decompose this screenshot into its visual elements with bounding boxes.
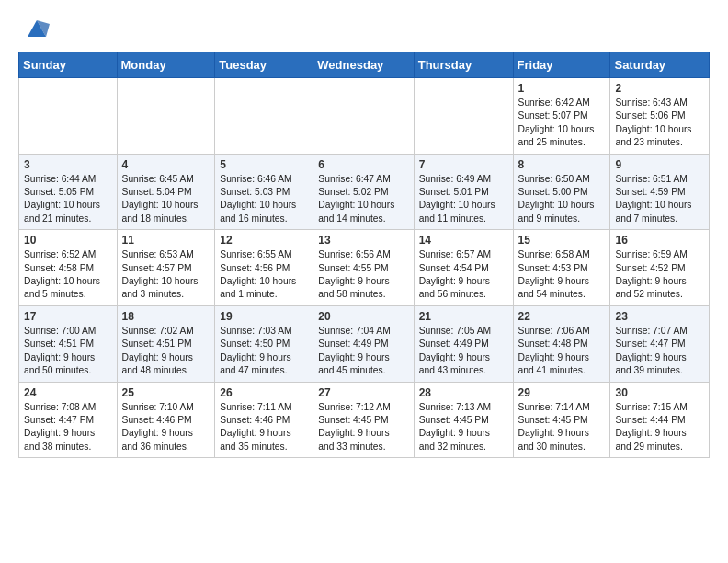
calendar-cell: 7Sunrise: 6:49 AM Sunset: 5:01 PM Daylig… xyxy=(414,154,513,230)
calendar-cell: 19Sunrise: 7:03 AM Sunset: 4:50 PM Dayli… xyxy=(215,305,313,382)
calendar-col-header: Wednesday xyxy=(313,52,414,78)
calendar-cell: 27Sunrise: 7:12 AM Sunset: 4:45 PM Dayli… xyxy=(313,382,414,458)
day-number: 17 xyxy=(24,310,112,323)
day-info: Sunrise: 6:59 AM Sunset: 4:52 PM Dayligh… xyxy=(615,248,704,302)
day-number: 14 xyxy=(419,234,508,247)
calendar-cell: 3Sunrise: 6:44 AM Sunset: 5:05 PM Daylig… xyxy=(19,154,118,230)
day-number: 21 xyxy=(419,310,508,323)
calendar-cell: 10Sunrise: 6:52 AM Sunset: 4:58 PM Dayli… xyxy=(19,230,118,306)
calendar-cell: 25Sunrise: 7:10 AM Sunset: 4:46 PM Dayli… xyxy=(117,382,215,458)
day-info: Sunrise: 6:52 AM Sunset: 4:58 PM Dayligh… xyxy=(24,248,112,302)
day-info: Sunrise: 7:08 AM Sunset: 4:47 PM Dayligh… xyxy=(24,401,112,454)
day-number: 7 xyxy=(419,158,508,171)
day-info: Sunrise: 7:07 AM Sunset: 4:47 PM Dayligh… xyxy=(615,325,704,378)
day-number: 23 xyxy=(615,310,704,323)
day-number: 12 xyxy=(220,234,308,247)
day-number: 6 xyxy=(318,158,408,171)
day-number: 11 xyxy=(122,234,210,247)
day-number: 20 xyxy=(318,310,408,323)
day-number: 13 xyxy=(318,234,408,247)
day-info: Sunrise: 7:14 AM Sunset: 4:45 PM Dayligh… xyxy=(518,401,606,454)
day-info: Sunrise: 6:42 AM Sunset: 5:07 PM Dayligh… xyxy=(518,97,606,150)
day-number: 24 xyxy=(24,386,112,399)
calendar-cell: 12Sunrise: 6:55 AM Sunset: 4:56 PM Dayli… xyxy=(215,230,313,306)
day-number: 22 xyxy=(518,310,606,323)
calendar-cell: 16Sunrise: 6:59 AM Sunset: 4:52 PM Dayli… xyxy=(610,230,710,306)
day-number: 15 xyxy=(518,234,606,247)
calendar-week-row: 24Sunrise: 7:08 AM Sunset: 4:47 PM Dayli… xyxy=(19,382,710,458)
calendar-cell: 30Sunrise: 7:15 AM Sunset: 4:44 PM Dayli… xyxy=(610,382,710,458)
page: SundayMondayTuesdayWednesdayThursdayFrid… xyxy=(0,0,728,475)
day-info: Sunrise: 6:46 AM Sunset: 5:03 PM Dayligh… xyxy=(220,173,308,226)
calendar-cell: 4Sunrise: 6:45 AM Sunset: 5:04 PM Daylig… xyxy=(117,154,215,230)
calendar-cell: 29Sunrise: 7:14 AM Sunset: 4:45 PM Dayli… xyxy=(513,382,610,458)
logo-icon xyxy=(24,17,50,42)
day-info: Sunrise: 7:05 AM Sunset: 4:49 PM Dayligh… xyxy=(419,325,508,378)
day-info: Sunrise: 7:04 AM Sunset: 4:49 PM Dayligh… xyxy=(318,325,408,378)
calendar-cell: 1Sunrise: 6:42 AM Sunset: 5:07 PM Daylig… xyxy=(513,78,610,155)
day-info: Sunrise: 7:06 AM Sunset: 4:48 PM Dayligh… xyxy=(518,325,606,378)
day-number: 5 xyxy=(220,158,308,171)
calendar-cell: 26Sunrise: 7:11 AM Sunset: 4:46 PM Dayli… xyxy=(215,382,313,458)
calendar-cell xyxy=(414,78,513,155)
calendar-col-header: Tuesday xyxy=(215,52,313,78)
day-info: Sunrise: 6:49 AM Sunset: 5:01 PM Dayligh… xyxy=(419,173,508,226)
calendar-week-row: 10Sunrise: 6:52 AM Sunset: 4:58 PM Dayli… xyxy=(19,230,710,306)
day-number: 2 xyxy=(615,82,704,95)
day-info: Sunrise: 7:11 AM Sunset: 4:46 PM Dayligh… xyxy=(220,401,308,454)
day-info: Sunrise: 6:58 AM Sunset: 4:53 PM Dayligh… xyxy=(518,248,606,302)
day-number: 30 xyxy=(615,386,704,399)
calendar-cell: 15Sunrise: 6:58 AM Sunset: 4:53 PM Dayli… xyxy=(513,230,610,306)
day-info: Sunrise: 6:44 AM Sunset: 5:05 PM Dayligh… xyxy=(24,173,112,226)
day-info: Sunrise: 6:50 AM Sunset: 5:00 PM Dayligh… xyxy=(518,173,606,226)
day-info: Sunrise: 6:56 AM Sunset: 4:55 PM Dayligh… xyxy=(318,248,408,302)
day-info: Sunrise: 7:12 AM Sunset: 4:45 PM Dayligh… xyxy=(318,401,408,454)
calendar-week-row: 1Sunrise: 6:42 AM Sunset: 5:07 PM Daylig… xyxy=(19,78,710,155)
day-number: 18 xyxy=(122,310,210,323)
calendar-col-header: Saturday xyxy=(610,52,710,78)
calendar-cell: 11Sunrise: 6:53 AM Sunset: 4:57 PM Dayli… xyxy=(117,230,215,306)
day-number: 27 xyxy=(318,386,408,399)
calendar-cell: 13Sunrise: 6:56 AM Sunset: 4:55 PM Dayli… xyxy=(313,230,414,306)
day-info: Sunrise: 6:53 AM Sunset: 4:57 PM Dayligh… xyxy=(122,248,210,302)
day-info: Sunrise: 7:02 AM Sunset: 4:51 PM Dayligh… xyxy=(122,325,210,378)
day-info: Sunrise: 6:43 AM Sunset: 5:06 PM Dayligh… xyxy=(615,97,704,150)
calendar-cell: 21Sunrise: 7:05 AM Sunset: 4:49 PM Dayli… xyxy=(414,305,513,382)
day-number: 29 xyxy=(518,386,606,399)
calendar-cell: 2Sunrise: 6:43 AM Sunset: 5:06 PM Daylig… xyxy=(610,78,710,155)
day-number: 4 xyxy=(122,158,210,171)
day-info: Sunrise: 6:45 AM Sunset: 5:04 PM Dayligh… xyxy=(122,173,210,226)
day-info: Sunrise: 7:00 AM Sunset: 4:51 PM Dayligh… xyxy=(24,325,112,378)
calendar-cell: 9Sunrise: 6:51 AM Sunset: 4:59 PM Daylig… xyxy=(610,154,710,230)
day-info: Sunrise: 6:57 AM Sunset: 4:54 PM Dayligh… xyxy=(419,248,508,302)
calendar-cell: 8Sunrise: 6:50 AM Sunset: 5:00 PM Daylig… xyxy=(513,154,610,230)
calendar-cell xyxy=(19,78,118,155)
calendar-cell: 28Sunrise: 7:13 AM Sunset: 4:45 PM Dayli… xyxy=(414,382,513,458)
day-number: 25 xyxy=(122,386,210,399)
calendar-col-header: Monday xyxy=(117,52,215,78)
calendar-col-header: Thursday xyxy=(414,52,513,78)
calendar-col-header: Friday xyxy=(513,52,610,78)
calendar-week-row: 17Sunrise: 7:00 AM Sunset: 4:51 PM Dayli… xyxy=(19,305,710,382)
calendar-cell: 20Sunrise: 7:04 AM Sunset: 4:49 PM Dayli… xyxy=(313,305,414,382)
calendar-cell: 17Sunrise: 7:00 AM Sunset: 4:51 PM Dayli… xyxy=(19,305,118,382)
day-number: 1 xyxy=(518,82,606,95)
day-info: Sunrise: 6:47 AM Sunset: 5:02 PM Dayligh… xyxy=(318,173,408,226)
day-number: 3 xyxy=(24,158,112,171)
day-number: 26 xyxy=(220,386,308,399)
calendar-header-row: SundayMondayTuesdayWednesdayThursdayFrid… xyxy=(19,52,710,78)
header xyxy=(18,17,710,42)
day-number: 19 xyxy=(220,310,308,323)
calendar-cell: 22Sunrise: 7:06 AM Sunset: 4:48 PM Dayli… xyxy=(513,305,610,382)
calendar-cell: 18Sunrise: 7:02 AM Sunset: 4:51 PM Dayli… xyxy=(117,305,215,382)
day-info: Sunrise: 7:13 AM Sunset: 4:45 PM Dayligh… xyxy=(419,401,508,454)
calendar-cell: 6Sunrise: 6:47 AM Sunset: 5:02 PM Daylig… xyxy=(313,154,414,230)
day-number: 10 xyxy=(24,234,112,247)
calendar-table: SundayMondayTuesdayWednesdayThursdayFrid… xyxy=(18,52,710,458)
calendar-week-row: 3Sunrise: 6:44 AM Sunset: 5:05 PM Daylig… xyxy=(19,154,710,230)
day-number: 28 xyxy=(419,386,508,399)
calendar-cell: 5Sunrise: 6:46 AM Sunset: 5:03 PM Daylig… xyxy=(215,154,313,230)
calendar-cell xyxy=(117,78,215,155)
calendar-cell xyxy=(215,78,313,155)
logo xyxy=(18,17,50,42)
